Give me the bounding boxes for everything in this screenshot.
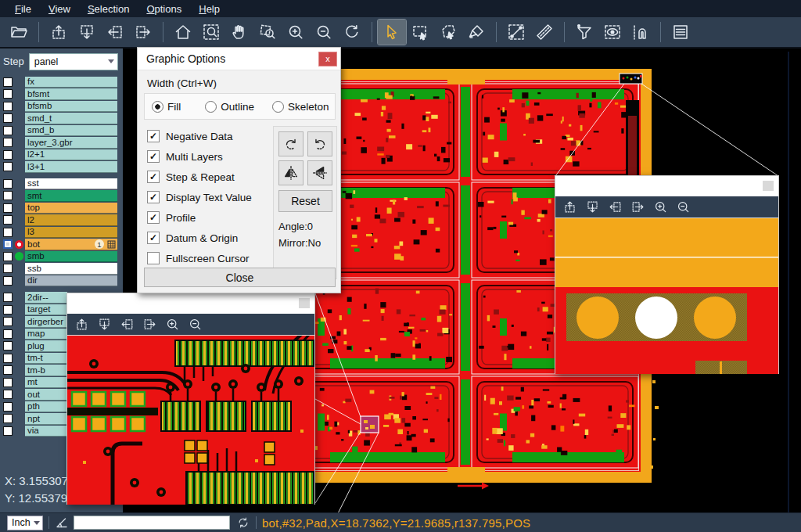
layer-row-bfsmb[interactable]: bfsmb	[0, 100, 123, 113]
layer-label[interactable]: via	[25, 426, 67, 437]
command-input[interactable]	[74, 516, 230, 530]
layer-label[interactable]: smd_t	[25, 113, 117, 124]
layer-label[interactable]: l3+1	[25, 161, 117, 173]
layer-row-smb[interactable]: smb	[0, 250, 123, 263]
checkbox-fullscreen-cursor[interactable]: Fullscreen Cursor	[147, 248, 252, 268]
layer-checkbox[interactable]	[3, 365, 13, 375]
show-selection-button[interactable]	[598, 20, 627, 45]
layer-row-bfsmt[interactable]: bfsmt	[0, 88, 123, 101]
checkbox-multi-layers[interactable]: ✓Multi Layers	[147, 146, 252, 167]
zoom-object-button[interactable]	[253, 20, 282, 45]
open-folder-button[interactable]	[5, 20, 33, 45]
reset-button[interactable]: Reset	[278, 190, 332, 212]
layer-checkbox[interactable]	[3, 239, 13, 249]
layer-checkbox[interactable]	[3, 402, 13, 412]
zoom-in-button[interactable]	[161, 315, 184, 334]
zoom-window-button[interactable]	[197, 20, 225, 45]
select-arrow-button[interactable]	[378, 20, 406, 45]
layer-row-smd_b[interactable]: smd_b	[0, 124, 123, 137]
layer-label[interactable]: dirgerber	[25, 316, 67, 328]
pan-right-button[interactable]	[129, 20, 157, 45]
close-button[interactable]: Close	[144, 268, 336, 287]
layer-checkbox[interactable]	[3, 228, 13, 237]
layer-label[interactable]: dir	[25, 275, 117, 287]
pan-down-button[interactable]	[93, 315, 116, 334]
layer-row-smt[interactable]: smt	[0, 190, 123, 203]
layer-checkbox[interactable]	[3, 329, 13, 339]
layer-row-sst[interactable]: sst	[0, 178, 123, 190]
layer-row-l3+1[interactable]: l3+1	[0, 161, 123, 174]
step-dropdown[interactable]: panel	[29, 53, 118, 70]
zoom-out-button[interactable]	[310, 20, 338, 45]
layer-checkbox[interactable]	[3, 293, 13, 302]
layer-checkbox[interactable]	[3, 354, 13, 363]
layer-label[interactable]: l2	[25, 214, 117, 226]
measure-distance-button[interactable]	[502, 20, 530, 45]
layer-row-layer_3.gbr[interactable]: layer_3.gbr	[0, 137, 123, 149]
clean-brush-button[interactable]	[462, 20, 490, 45]
layer-label[interactable]: sst	[25, 178, 117, 190]
layer-row-ssb[interactable]: ssb	[0, 263, 123, 275]
pan-right-button[interactable]	[627, 198, 649, 217]
layer-checkbox[interactable]	[3, 150, 13, 160]
layer-label[interactable]: plug	[25, 340, 67, 352]
layer-label[interactable]: ssb	[25, 263, 117, 275]
zoom-previous-button[interactable]	[338, 20, 366, 45]
zoom-out-button[interactable]	[672, 198, 695, 217]
zoom-in-button[interactable]	[282, 20, 310, 45]
layer-row-bot[interactable]: bot1	[0, 239, 123, 251]
layer-checkbox[interactable]	[3, 203, 13, 213]
layer-checkbox[interactable]	[3, 426, 13, 436]
unit-dropdown[interactable]: Inch	[7, 516, 43, 530]
layer-row-l2[interactable]: l2	[0, 214, 123, 227]
layer-checkbox[interactable]	[3, 102, 13, 111]
radio-skeleton[interactable]: Skeleton	[272, 101, 329, 113]
menu-item-selection[interactable]: Selection	[79, 2, 138, 16]
layer-label[interactable]: smt	[25, 190, 117, 202]
pan-left-button[interactable]	[116, 315, 138, 334]
layer-label[interactable]: fx	[25, 77, 117, 88]
layer-label[interactable]: top	[25, 203, 117, 214]
menu-item-help[interactable]: Help	[190, 2, 228, 16]
layer-label[interactable]: l3	[25, 227, 117, 239]
pan-left-button[interactable]	[101, 20, 129, 45]
layer-checkbox[interactable]	[3, 305, 13, 315]
layer-checkbox[interactable]	[3, 341, 13, 350]
magnifier-right-content[interactable]	[555, 217, 778, 374]
magnified-pcb-corner[interactable]	[555, 218, 778, 374]
layer-label[interactable]: bot1	[25, 239, 117, 250]
magnifier-left-menu-button[interactable]	[299, 298, 310, 308]
pan-down-button[interactable]	[581, 198, 604, 217]
layer-label[interactable]: bfsmb	[25, 101, 117, 113]
checkbox-negative-data[interactable]: ✓Negative Data	[147, 126, 252, 146]
layer-row-l3[interactable]: l3	[0, 226, 123, 239]
layer-checkbox[interactable]	[3, 215, 13, 225]
menu-item-view[interactable]: View	[40, 2, 79, 16]
radio-outline[interactable]: Outline	[205, 101, 254, 113]
magnifier-right-menu-button[interactable]	[763, 181, 774, 191]
layer-checkbox[interactable]	[3, 77, 13, 87]
magnifier-right-titlebar[interactable]	[555, 176, 778, 196]
radio-fill[interactable]: Fill	[152, 101, 181, 113]
layer-row-smd_t[interactable]: smd_t	[0, 113, 123, 125]
zoom-in-button[interactable]	[649, 198, 672, 217]
layer-label[interactable]: smb	[25, 251, 117, 263]
pan-left-button[interactable]	[604, 198, 627, 217]
dialog-close-button[interactable]: x	[318, 52, 337, 66]
layer-label[interactable]: target	[25, 304, 67, 316]
layer-checkbox[interactable]	[3, 89, 13, 99]
magnified-pcb-bottom-layer[interactable]	[67, 336, 314, 505]
layer-label[interactable]: map	[25, 329, 67, 340]
layer-label[interactable]: 2dir--	[25, 292, 67, 304]
layer-checkbox[interactable]	[3, 191, 13, 200]
checkbox-profile[interactable]: ✓Profile	[147, 207, 252, 228]
layer-row-dir[interactable]: dir	[0, 275, 123, 287]
layer-checkbox[interactable]	[3, 252, 13, 261]
menu-item-options[interactable]: Options	[138, 2, 190, 16]
layer-checkbox[interactable]	[3, 126, 13, 135]
flip-vertical-button[interactable]	[307, 160, 332, 185]
layer-row-top[interactable]: top	[0, 202, 123, 214]
pan-up-button[interactable]	[45, 20, 73, 45]
rotate-ccw-button[interactable]	[307, 131, 332, 156]
layer-checkbox[interactable]	[3, 179, 13, 189]
